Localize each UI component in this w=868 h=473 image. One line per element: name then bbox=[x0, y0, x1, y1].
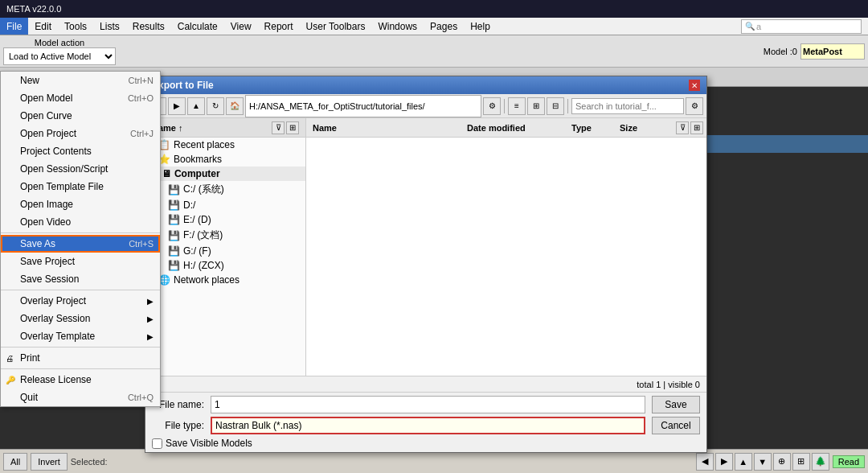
search-options-button[interactable]: ⚙ bbox=[686, 97, 703, 115]
filename-input[interactable] bbox=[211, 396, 645, 413]
cancel-button[interactable]: Cancel bbox=[652, 417, 700, 434]
tree-item-f[interactable]: 💾 F:/ (文档) bbox=[145, 227, 305, 244]
nav-down-icon[interactable]: ▼ bbox=[754, 453, 772, 471]
menu-item-overlay-session[interactable]: Overlay Session ▶ bbox=[1, 310, 160, 327]
menu-item-release-license[interactable]: 🔑 Release License bbox=[1, 371, 160, 389]
menu-file[interactable]: File bbox=[0, 18, 28, 35]
filetype-input[interactable] bbox=[211, 417, 645, 434]
all-button[interactable]: All bbox=[3, 453, 27, 471]
drive-e-icon: 💾 bbox=[168, 214, 180, 225]
separator bbox=[504, 99, 505, 113]
menu-help[interactable]: Help bbox=[464, 18, 497, 35]
filter-icon[interactable]: ⊽ bbox=[272, 121, 285, 134]
invert-button[interactable]: Invert bbox=[31, 453, 68, 471]
right-columns-icon[interactable]: ⊞ bbox=[690, 121, 703, 134]
model-action-bar: Model action Load to Active Model Model … bbox=[0, 35, 868, 68]
menu-report[interactable]: Report bbox=[258, 18, 300, 35]
tree-item-h[interactable]: 💾 H:/ (ZCX) bbox=[145, 258, 305, 273]
right-filter-icon[interactable]: ⊽ bbox=[676, 121, 689, 134]
nav-left-icon[interactable]: ◀ bbox=[696, 453, 714, 471]
col-type-header[interactable]: Type bbox=[571, 123, 620, 133]
detail-view-button[interactable]: ⊞ bbox=[527, 97, 545, 115]
file-area: Name Date modified Type Size ⊽ ⊞ bbox=[306, 118, 706, 376]
menu-item-open-project[interactable]: Open Project Ctrl+J bbox=[1, 125, 160, 142]
menu-item-overlay-template[interactable]: Overlay Template ▶ bbox=[1, 327, 160, 345]
file-dropdown-menu: New Ctrl+N Open Model Ctrl+O Open Curve … bbox=[0, 71, 161, 407]
dialog-footer: File name: Save File type: Cancel Save V… bbox=[145, 392, 706, 452]
tree-item-bookmarks[interactable]: ⭐ Bookmarks bbox=[145, 152, 305, 167]
menu-calculate[interactable]: Calculate bbox=[171, 18, 224, 35]
dialog-body: Name ↑ ⊽ ⊞ 📋 Recent places ⭐ Bookmarks bbox=[145, 118, 706, 376]
drive-d-icon: 💾 bbox=[168, 199, 180, 211]
model-action-select[interactable]: Load to Active Model bbox=[3, 47, 116, 65]
columns-icon[interactable]: ⊞ bbox=[286, 121, 299, 134]
app-title: META v22.0.0 bbox=[6, 4, 61, 14]
menu-item-save-session[interactable]: Save Session bbox=[1, 270, 160, 288]
tree-item-c[interactable]: 💾 C:/ (系统) bbox=[145, 181, 305, 198]
nav-home-icon[interactable]: ⊕ bbox=[773, 453, 791, 471]
forward-button[interactable]: ▶ bbox=[168, 97, 186, 115]
export-dialog: Export to File ✕ ◀ ▶ ▲ ↻ 🏠 H:/ANSA_META_… bbox=[145, 76, 707, 453]
read-indicator: Read bbox=[833, 455, 865, 468]
drive-g-icon: 💾 bbox=[168, 245, 180, 257]
menu-item-project-contents[interactable]: Project Contents bbox=[1, 142, 160, 160]
dialog-status: total 1 | visible 0 bbox=[145, 376, 706, 392]
menu-results[interactable]: Results bbox=[126, 18, 171, 35]
tree-item-g[interactable]: 💾 G:/ (F) bbox=[145, 244, 305, 258]
path-bar[interactable]: H:/ANSA_META_for_OptiStruct/tutorial_fil… bbox=[245, 95, 481, 117]
name-col-header: Name ↑ ⊽ ⊞ bbox=[145, 118, 305, 138]
menu-item-open-curve[interactable]: Open Curve bbox=[1, 107, 160, 125]
tree-item-recent[interactable]: 📋 Recent places bbox=[145, 138, 305, 152]
menu-item-print[interactable]: 🖨 Print bbox=[1, 349, 160, 367]
menu-lists[interactable]: Lists bbox=[93, 18, 126, 35]
nav-tree-icon[interactable]: 🌲 bbox=[812, 453, 829, 471]
save-button[interactable]: Save bbox=[652, 396, 700, 413]
search-input[interactable] bbox=[571, 98, 684, 114]
menu-item-open-video[interactable]: Open Video bbox=[1, 213, 160, 231]
tree-item-network[interactable]: 🌐 Network places bbox=[145, 273, 305, 287]
model-input[interactable] bbox=[800, 43, 865, 60]
menu-item-new[interactable]: New Ctrl+N bbox=[1, 72, 160, 89]
refresh-button[interactable]: ↻ bbox=[207, 97, 224, 115]
menu-windows[interactable]: Windows bbox=[371, 18, 424, 35]
nav-up-icon[interactable]: ▲ bbox=[735, 453, 752, 471]
menu-tools[interactable]: Tools bbox=[58, 18, 93, 35]
drive-f-icon: 💾 bbox=[168, 230, 180, 241]
dialog-title-bar: Export to File ✕ bbox=[145, 76, 706, 94]
menu-user-toolbars[interactable]: User Toolbars bbox=[300, 18, 372, 35]
global-search[interactable]: 🔍 a bbox=[741, 19, 862, 34]
list-view-button[interactable]: ≡ bbox=[508, 97, 526, 115]
save-visible-checkbox[interactable] bbox=[152, 438, 162, 449]
menu-item-quit[interactable]: Quit Ctrl+Q bbox=[1, 389, 160, 406]
tree-item-e[interactable]: 💾 E:/ (D) bbox=[145, 212, 305, 227]
separator-4 bbox=[1, 368, 160, 369]
separator-1 bbox=[1, 232, 160, 233]
menu-item-save-as[interactable]: Save As Ctrl+S bbox=[1, 235, 160, 253]
model-action-label: Model action bbox=[35, 38, 84, 47]
menu-pages[interactable]: Pages bbox=[424, 18, 464, 35]
home-button[interactable]: 🏠 bbox=[226, 97, 244, 115]
file-list bbox=[306, 138, 706, 376]
menu-item-open-template-file[interactable]: Open Template File bbox=[1, 178, 160, 195]
dialog-close-button[interactable]: ✕ bbox=[689, 80, 700, 91]
col-size-header[interactable]: Size bbox=[620, 123, 668, 133]
thumbnail-view-button[interactable]: ⊟ bbox=[547, 97, 564, 115]
menu-item-open-model[interactable]: Open Model Ctrl+O bbox=[1, 89, 160, 107]
col-name-header[interactable]: Name bbox=[306, 123, 467, 133]
up-button[interactable]: ▲ bbox=[187, 97, 205, 115]
path-options-button[interactable]: ⚙ bbox=[483, 97, 501, 115]
path-label: H:/ANSA_META_for_OptiStruct/tutorial_fil… bbox=[249, 101, 425, 111]
col-date-header[interactable]: Date modified bbox=[467, 123, 571, 133]
nav-expand-icon[interactable]: ⊞ bbox=[792, 453, 810, 471]
menu-edit[interactable]: Edit bbox=[28, 18, 58, 35]
nav-right-icon[interactable]: ▶ bbox=[715, 453, 733, 471]
tree-item-computer[interactable]: ▼ 🖥 Computer bbox=[145, 167, 305, 181]
dialog-title: Export to File bbox=[152, 80, 214, 91]
menu-item-open-image[interactable]: Open Image bbox=[1, 195, 160, 213]
menu-item-open-session-script[interactable]: Open Session/Script bbox=[1, 160, 160, 178]
menu-view[interactable]: View bbox=[224, 18, 258, 35]
menu-item-overlay-project[interactable]: Overlay Project ▶ bbox=[1, 292, 160, 310]
computer-icon-2: 🖥 bbox=[162, 168, 171, 179]
tree-item-d[interactable]: 💾 D:/ bbox=[145, 198, 305, 212]
menu-item-save-project[interactable]: Save Project bbox=[1, 253, 160, 270]
